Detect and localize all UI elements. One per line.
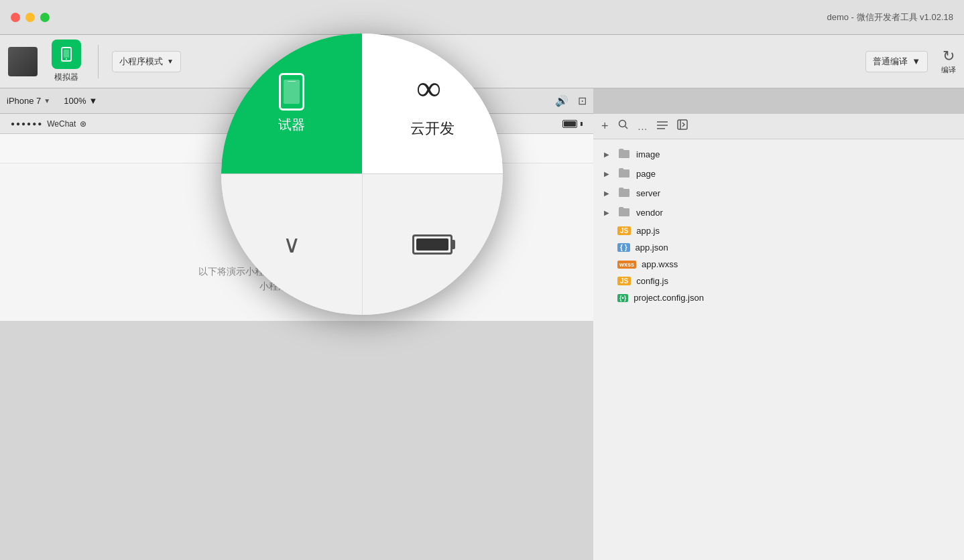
main-toolbar: 模拟器 小程序模式 ▼ 普通编译 ▼ ↻ 编译 [0,35,964,88]
list-item[interactable]: ▶ page [593,164,964,184]
folder-icon [617,167,631,180]
refresh-icon: ↻ [943,48,955,65]
sort-button[interactable] [657,119,668,133]
list-item[interactable]: JS app.js [593,222,964,239]
zoom-selector[interactable]: 100% ▼ [64,96,97,106]
screen-rotate-icon[interactable]: ⊡ [578,94,587,107]
search-button[interactable] [618,119,629,133]
simulator-icon [52,40,81,69]
battery-area [562,120,583,128]
folder-arrow-icon: ▶ [604,209,612,216]
file-name: app.js [636,226,660,236]
folder-arrow-icon: ▶ [604,190,612,197]
svg-rect-1 [64,50,69,58]
file-name: app.wxss [642,259,678,269]
list-item[interactable]: JS config.js [593,273,964,289]
device-selector[interactable]: iPhone 7 ▼ [7,96,50,106]
folder-svg [618,148,630,159]
list-item[interactable]: ▶ image [593,145,964,164]
magnify-chevron: ∨ [283,230,300,259]
battery-icon [562,120,577,128]
svg-text:∞: ∞ [416,69,441,107]
folder-icon [617,148,631,161]
volume-icon[interactable]: 🔊 [555,94,568,107]
zoom-arrow-icon: ▼ [88,96,97,106]
folder-arrow-icon: ▶ [604,151,612,158]
simulator-label: 模拟器 [54,72,78,83]
sort-icon [657,121,668,130]
svg-line-18 [625,127,627,129]
file-tree: ▶ image ▶ page ▶ [593,139,964,560]
svg-point-2 [66,58,67,60]
minimize-button[interactable] [25,13,35,22]
folder-icon [617,187,631,200]
mode-arrow-icon: ▼ [167,58,174,65]
more-options-button[interactable]: ... [638,121,648,132]
collapse-button[interactable] [677,119,688,133]
file-name: project.config.json [634,293,704,303]
magnify-phone-icon [279,73,304,111]
right-panel: + ... [593,114,964,560]
file-name: server [636,188,660,198]
folder-svg [618,187,630,198]
file-name: config.js [636,276,668,286]
magnify-content: 试器 ∞ 云开发 ∨ [221,33,503,315]
file-name: app.json [636,242,668,253]
signal-dots: ●●●●●● [11,120,43,127]
magnify-cloud-label: 云开发 [410,119,455,139]
phone-icon [58,46,74,62]
close-button[interactable] [11,13,20,22]
list-item[interactable]: ▶ server [593,184,964,203]
list-item[interactable]: ▶ vendor [593,203,964,222]
collapse-icon [677,119,688,130]
battery-large-icon [412,234,453,255]
file-name: image [636,149,660,159]
js-badge: JS [617,277,631,285]
folder-svg [618,206,630,217]
cloud-dev-icon: ∞ [411,69,454,112]
folder-arrow-icon: ▶ [604,170,612,178]
magnify-overlay: 试器 ∞ 云开发 ∨ [221,33,503,315]
device-arrow-icon: ▼ [44,97,50,104]
window-controls [0,13,50,22]
svg-point-17 [619,121,625,127]
file-name: page [636,169,656,179]
search-icon [618,119,629,130]
compile-selector[interactable]: 普通编译 ▼ [865,51,928,72]
refresh-label: 编译 [941,65,956,75]
svg-rect-22 [678,120,687,129]
add-file-button[interactable]: + [601,119,609,133]
config-badge: {•} [617,294,628,302]
devicebar-icons: 🔊 ⊡ [555,94,587,107]
avatar[interactable] [8,47,38,76]
compile-arrow-icon: ▼ [912,56,920,66]
folder-svg [618,167,630,178]
toolbar-divider [98,45,99,78]
zoom-level: 100% [64,96,86,106]
js-badge: JS [617,226,631,235]
carrier-label: WeChat [47,119,76,129]
folder-icon [617,206,631,219]
mode-selector[interactable]: 小程序模式 ▼ [112,51,181,72]
wxss-badge: wxss [617,261,636,269]
titlebar: demo - 微信开发者工具 v1.02.18 [0,0,964,35]
file-name: vendor [636,208,663,218]
device-name: iPhone 7 [7,96,41,106]
list-item[interactable]: wxss app.wxss [593,256,964,273]
list-item[interactable]: { } app.json [593,239,964,256]
battery-tip [581,122,583,126]
compile-label: 普通编译 [873,56,908,68]
file-tree-toolbar: + ... [593,114,964,139]
json-badge: { } [617,243,630,252]
simulator-button[interactable]: 模拟器 [43,37,90,86]
list-item[interactable]: {•} project.config.json [593,289,964,306]
window-title: demo - 微信开发者工具 v1.02.18 [827,11,953,23]
wifi-label: ⊛ [80,119,86,129]
mode-label: 小程序模式 [119,56,163,68]
signal-area: ●●●●●● WeChat ⊛ [11,119,86,129]
magnify-simulator-label: 试器 [278,116,305,134]
refresh-button[interactable]: ↻ 编译 [941,48,956,75]
maximize-button[interactable] [40,13,50,22]
